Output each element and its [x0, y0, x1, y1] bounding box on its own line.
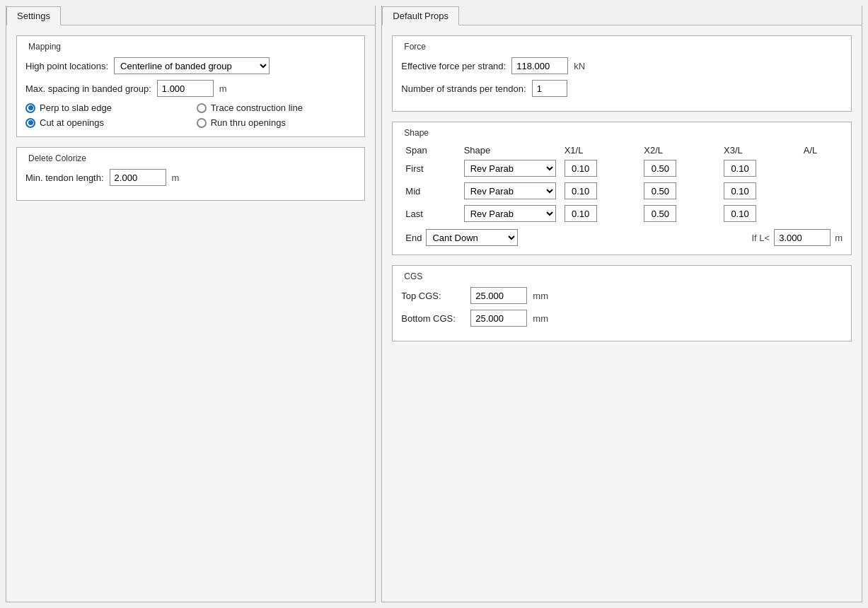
shape-select-2[interactable]: Rev Parab: [464, 205, 556, 222]
min-tendon-row: Min. tendon length: m: [25, 169, 356, 186]
al-cell-1: [799, 180, 843, 202]
high-point-select[interactable]: Centerline of banded group: [114, 57, 270, 74]
shape-select-0[interactable]: Rev Parab: [464, 160, 556, 177]
shape-cell-1[interactable]: Rev Parab: [460, 180, 560, 202]
radio-options-group: Perp to slab edge Trace construction lin…: [25, 103, 356, 128]
run-thru-radio-row[interactable]: Run thru openings: [197, 117, 357, 128]
col-span: Span: [401, 144, 459, 157]
force-group: Force Effective force per strand: kN Num…: [392, 35, 852, 112]
end-shape-select[interactable]: Cant Down: [426, 229, 518, 246]
x3l-cell-0[interactable]: [719, 157, 799, 180]
cgs-group: CGS Top CGS: mm Bottom CGS: mm: [392, 265, 852, 341]
shape-legend: Shape: [401, 128, 843, 138]
eff-force-unit: kN: [574, 61, 585, 71]
col-shape: Shape: [460, 144, 560, 157]
trace-construction-radio-icon[interactable]: [197, 103, 207, 113]
x3l-cell-2[interactable]: [719, 202, 799, 225]
num-strands-row: Number of strands per tendon:: [401, 80, 843, 97]
span-cell-2: Last: [401, 202, 459, 225]
delete-colorize-group: Delete Colorize Min. tendon length: m: [16, 147, 365, 201]
x2l-cell-1[interactable]: [640, 180, 719, 202]
left-panel: Settings Mapping High point locations: C…: [6, 6, 376, 602]
ifl-unit: m: [835, 233, 843, 243]
x3l-input-1[interactable]: [724, 182, 756, 199]
ifl-value-input[interactable]: [774, 229, 831, 246]
cut-openings-label: Cut at openings: [40, 117, 104, 128]
top-cgs-unit: mm: [533, 291, 548, 301]
right-panel: Default Props Force Effective force per …: [381, 6, 862, 602]
col-x2l: X2/L: [640, 144, 719, 157]
min-tendon-input[interactable]: [110, 169, 166, 186]
bottom-cgs-label: Bottom CGS:: [401, 313, 465, 324]
x1l-input-2[interactable]: [565, 205, 597, 222]
x3l-cell-1[interactable]: [719, 180, 799, 202]
delete-colorize-legend: Delete Colorize: [25, 153, 356, 163]
span-cell-1: Mid: [401, 180, 459, 202]
cgs-legend: CGS: [401, 271, 843, 281]
high-point-label: High point locations:: [25, 61, 108, 71]
bottom-cgs-input[interactable]: [470, 310, 527, 327]
span-cell-0: First: [401, 157, 459, 180]
al-cell-2: [799, 202, 843, 225]
num-strands-label: Number of strands per tendon:: [401, 83, 526, 94]
x2l-input-1[interactable]: [644, 182, 676, 199]
right-tab-header: Default Props: [382, 6, 862, 25]
bottom-cgs-unit: mm: [533, 313, 548, 324]
shape-group: Shape Span Shape X1/L X2/L X3/L A/L Firs…: [392, 122, 852, 255]
trace-construction-radio-row[interactable]: Trace construction line: [197, 103, 357, 113]
settings-tab[interactable]: Settings: [6, 6, 61, 25]
shape-select-1[interactable]: Rev Parab: [464, 182, 556, 199]
mapping-legend: Mapping: [25, 42, 356, 52]
x1l-cell-1[interactable]: [560, 180, 640, 202]
col-x3l: X3/L: [719, 144, 799, 157]
left-tab-header: Settings: [6, 6, 375, 25]
shape-row-0: First Rev Parab: [401, 157, 843, 180]
x2l-input-2[interactable]: [644, 205, 676, 222]
max-spacing-input[interactable]: [157, 80, 214, 97]
max-spacing-label: Max. spacing in banded group:: [25, 83, 151, 94]
eff-force-row: Effective force per strand: kN: [401, 57, 843, 74]
min-tendon-label: Min. tendon length:: [25, 173, 104, 183]
max-spacing-unit: m: [219, 83, 227, 94]
x1l-input-1[interactable]: [565, 182, 597, 199]
top-cgs-input[interactable]: [470, 287, 527, 304]
perp-slab-radio-row[interactable]: Perp to slab edge: [25, 103, 185, 113]
x3l-input-0[interactable]: [724, 160, 756, 177]
x3l-input-2[interactable]: [724, 205, 756, 222]
cut-openings-radio-row[interactable]: Cut at openings: [25, 117, 185, 128]
end-span-label: End: [405, 233, 422, 243]
shape-row-1: Mid Rev Parab: [401, 180, 843, 202]
shape-cell-0[interactable]: Rev Parab: [460, 157, 560, 180]
mapping-group: Mapping High point locations: Centerline…: [16, 35, 365, 137]
run-thru-label: Run thru openings: [211, 117, 286, 128]
al-cell-0: [799, 157, 843, 180]
col-x1l: X1/L: [560, 144, 640, 157]
x2l-input-0[interactable]: [644, 160, 676, 177]
perp-slab-label: Perp to slab edge: [40, 103, 112, 113]
x1l-cell-2[interactable]: [560, 202, 640, 225]
shape-cell-2[interactable]: Rev Parab: [460, 202, 560, 225]
default-props-tab[interactable]: Default Props: [382, 6, 459, 25]
x2l-cell-0[interactable]: [640, 157, 719, 180]
high-point-row: High point locations: Centerline of band…: [25, 57, 356, 74]
cut-openings-radio-icon[interactable]: [25, 118, 35, 128]
col-al: A/L: [799, 144, 843, 157]
num-strands-input[interactable]: [532, 80, 567, 97]
eff-force-label: Effective force per strand:: [401, 61, 506, 71]
perp-slab-radio-icon[interactable]: [25, 103, 35, 113]
top-cgs-label: Top CGS:: [401, 291, 465, 301]
max-spacing-row: Max. spacing in banded group: m: [25, 80, 356, 97]
x2l-cell-2[interactable]: [640, 202, 719, 225]
eff-force-input[interactable]: [511, 57, 568, 74]
top-cgs-row: Top CGS: mm: [401, 287, 843, 304]
shape-table: Span Shape X1/L X2/L X3/L A/L First Rev …: [401, 144, 843, 225]
x1l-input-0[interactable]: [565, 160, 597, 177]
shape-row-2: Last Rev Parab: [401, 202, 843, 225]
x1l-cell-0[interactable]: [560, 157, 640, 180]
force-legend: Force: [401, 42, 843, 52]
bottom-cgs-row: Bottom CGS: mm: [401, 310, 843, 327]
ifl-label: If L<: [751, 233, 770, 243]
trace-construction-label: Trace construction line: [211, 103, 303, 113]
min-tendon-unit: m: [172, 173, 180, 183]
run-thru-radio-icon[interactable]: [197, 118, 207, 128]
